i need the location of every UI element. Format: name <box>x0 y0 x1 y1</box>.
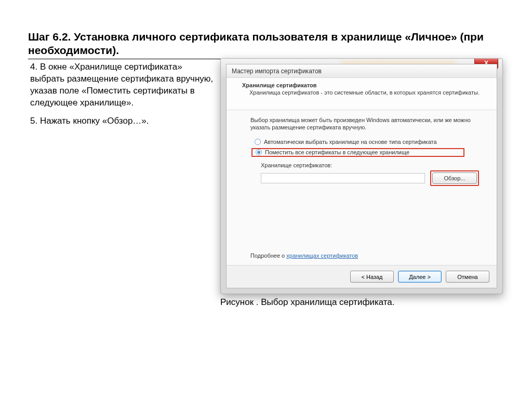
browse-button[interactable]: Обзор... <box>432 172 477 184</box>
wizard-body: Выбор хранилища может быть произведен Wi… <box>227 110 497 265</box>
store-label: Хранилище сертификатов: <box>261 162 479 168</box>
wizard-footer: < Назад Далее > Отмена <box>227 265 497 288</box>
link-prefix: Подробнее о <box>250 252 286 259</box>
figure-caption: Рисунок . Выбор хранилища сертификата. <box>220 297 395 308</box>
wizard-subheader: Хранилище сертификатов Хранилища сертифи… <box>227 78 497 110</box>
instruction-step-4: 4. В окне «Хранилище сертификата» выбрат… <box>30 61 217 109</box>
radio-icon <box>255 139 261 145</box>
instruction-step-5: 5. Нажать кнопку «Обзор…». <box>30 115 217 127</box>
back-button[interactable]: < Назад <box>350 271 394 283</box>
wizard-intro-text: Выбор хранилища может быть произведен Wi… <box>250 116 479 131</box>
learn-more-link[interactable]: хранилищах сертификатов <box>286 252 358 259</box>
wizard-subheader-text: Хранилища сертификатов - это системные о… <box>242 89 481 97</box>
wizard-subheader-title: Хранилище сертификатов <box>242 82 481 88</box>
radio-icon <box>256 149 262 155</box>
wizard-window: X Мастер импорта сертификатов Хранилище … <box>220 58 503 294</box>
doc-heading: Шаг 6.2. Установка личного сертификата п… <box>28 30 496 59</box>
radio-label: Поместить все сертификаты в следующее хр… <box>265 149 409 155</box>
cancel-button[interactable]: Отмена <box>446 271 489 283</box>
next-button[interactable]: Далее > <box>398 271 442 283</box>
wizard-title: Мастер импорта сертификатов <box>227 64 497 78</box>
certificate-store-input[interactable] <box>261 173 425 183</box>
browse-highlight: Обзор... <box>430 170 479 186</box>
radio-auto-select-store[interactable]: Автоматически выбрать хранилище на основ… <box>255 139 479 145</box>
radio-place-in-store[interactable]: Поместить все сертификаты в следующее хр… <box>251 148 464 157</box>
radio-label: Автоматически выбрать хранилище на основ… <box>264 139 437 145</box>
instructions-block: 4. В окне «Хранилище сертификата» выбрат… <box>30 61 217 134</box>
wizard-panel: Мастер импорта сертификатов Хранилище се… <box>226 64 497 288</box>
learn-more-link-row: Подробнее о хранилищах сертификатов <box>250 252 358 259</box>
